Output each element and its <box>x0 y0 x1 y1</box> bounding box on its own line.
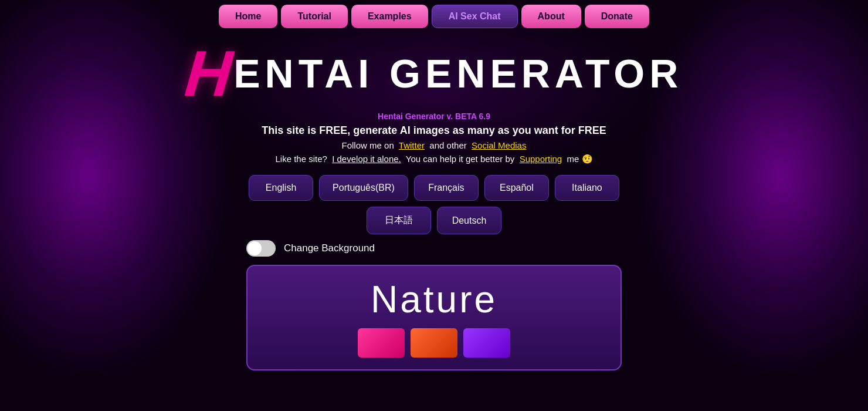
develop-suffix: me 🤨 <box>567 154 593 164</box>
toggle-label: Change Background <box>284 242 375 254</box>
free-text: This site is FREE, generate AI images as… <box>262 124 606 137</box>
follow-middle: and other <box>429 140 466 150</box>
nav-examples[interactable]: Examples <box>351 5 428 28</box>
lang-spanish[interactable]: Español <box>484 175 549 201</box>
nature-title: Nature <box>371 278 497 321</box>
thumbnail-2[interactable] <box>411 328 457 358</box>
dev-alone-link[interactable]: I develop it alone. <box>332 154 401 164</box>
language-row-1: English Português(BR) Français Español I… <box>249 175 619 201</box>
follow-text: Follow me on Twitter and other Social Me… <box>342 140 527 150</box>
social-medias-link[interactable]: Social Medias <box>472 140 526 150</box>
lang-italian[interactable]: Italiano <box>555 175 619 201</box>
nav-donate[interactable]: Donate <box>585 5 649 28</box>
nature-card: Nature <box>246 265 622 370</box>
twitter-link[interactable]: Twitter <box>399 140 425 150</box>
navbar: Home Tutorial Examples AI Sex Chat About… <box>0 0 868 35</box>
lang-japanese[interactable]: 日本語 <box>367 207 431 234</box>
logo-title-text: ENTAI GENERATOR <box>233 50 683 96</box>
follow-prefix: Follow me on <box>342 140 394 150</box>
background-toggle[interactable] <box>246 240 276 257</box>
nav-ai-sex-chat[interactable]: AI Sex Chat <box>432 5 518 28</box>
lang-portuguese[interactable]: Português(BR) <box>319 175 408 201</box>
logo-h-letter: H <box>182 41 235 106</box>
nature-thumbnails <box>358 328 510 358</box>
support-link[interactable]: Supporting <box>520 154 562 164</box>
lang-german[interactable]: Deutsch <box>437 207 501 234</box>
lang-french[interactable]: Français <box>414 175 479 201</box>
nav-tutorial[interactable]: Tutorial <box>281 5 347 28</box>
main-content: H ENTAI GENERATOR Hentai Generator v. BE… <box>0 35 868 370</box>
develop-text: Like the site? I develop it alone. You c… <box>275 154 592 164</box>
language-row-2: 日本語 Deutsch <box>367 207 501 234</box>
toggle-area: Change Background <box>246 240 375 257</box>
thumbnail-1[interactable] <box>358 328 405 358</box>
toggle-knob <box>247 241 262 255</box>
logo-area: H ENTAI GENERATOR <box>185 41 683 106</box>
nav-about[interactable]: About <box>521 5 581 28</box>
develop-prefix: Like the site? <box>275 154 327 164</box>
develop-middle: You can help it get better by <box>406 154 514 164</box>
version-text: Hentai Generator v. BETA 6.9 <box>378 112 490 121</box>
nav-home[interactable]: Home <box>219 5 277 28</box>
thumbnail-3[interactable] <box>463 328 510 358</box>
lang-english[interactable]: English <box>249 175 313 201</box>
